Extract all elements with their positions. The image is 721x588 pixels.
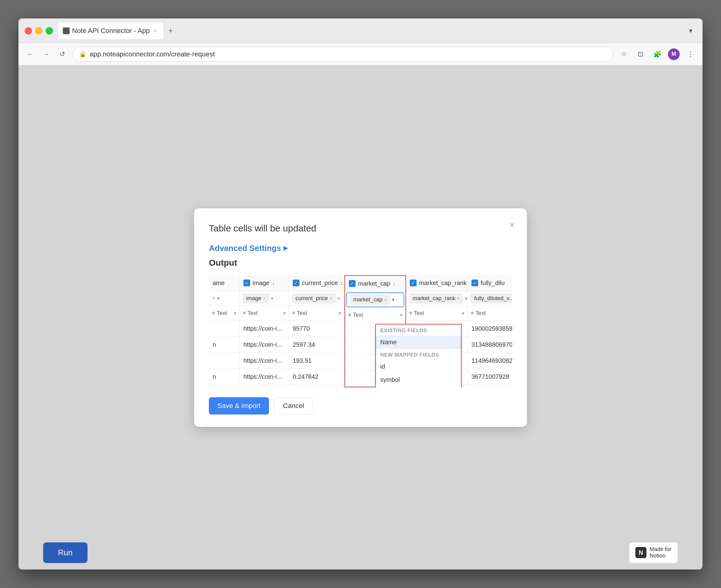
col-fully-diluted-cell-1: 190002593859... xyxy=(468,321,512,337)
col-image-header: ✓ image ↓ xyxy=(240,275,289,291)
col-market-cap-rank-mapping: market_cap_rank × ▾ xyxy=(406,291,467,306)
tab-bar: Note API Connector - App × + xyxy=(58,22,680,39)
col-market-cap-header: ✓ market_cap ↓ xyxy=(345,276,405,292)
profile-avatar[interactable]: M xyxy=(668,48,680,60)
col-market-cap-checkbox[interactable]: ✓ xyxy=(349,280,356,287)
col-market-cap-type-icon: ≡ xyxy=(348,312,351,318)
col-name-type-label: Text xyxy=(217,310,227,316)
col-name-cell-2: n xyxy=(209,337,239,353)
page-content: × Table cells will be updated Advanced S… xyxy=(19,65,702,569)
lock-icon: 🔒 xyxy=(79,51,86,58)
col-fully-diluted-mapping-value: fully_diluted_v... xyxy=(474,295,512,302)
col-name-type: ≡ Text ▾ xyxy=(209,306,239,321)
made-for-notion-badge: N Made for Notion xyxy=(629,542,678,563)
dropdown-item-symbol[interactable]: symbol xyxy=(376,373,461,386)
col-image-mapping-clear[interactable]: × xyxy=(263,296,266,301)
nav-actions: ☆ ⊡ 🧩 M ⋮ xyxy=(618,48,696,60)
col-market-cap-rank-mapping-clear[interactable]: × xyxy=(457,296,460,301)
col-name-cell-3 xyxy=(209,353,239,369)
col-fully-diluted-mapping-tag: fully_diluted_v... xyxy=(471,294,512,303)
modal-close-button[interactable]: × xyxy=(510,220,514,229)
col-name-x[interactable]: × ▾ xyxy=(212,295,220,302)
col-current-price-select-arrow[interactable]: ▾ xyxy=(337,296,340,301)
col-image-mapping-tag: image × xyxy=(243,294,269,303)
save-import-button[interactable]: Save & Import xyxy=(209,397,269,415)
dropdown-item-id[interactable]: id xyxy=(376,360,461,373)
col-market-cap-rank-mapping-value: market_cap_rank xyxy=(412,295,455,302)
col-fully-diluted-type: ≡ Text xyxy=(468,306,512,321)
active-tab[interactable]: Note API Connector - App × xyxy=(58,22,163,39)
col-market-cap-rank-header: ✓ market_cap_rank ↓ xyxy=(406,275,467,291)
col-market-cap-rank-type: ≡ Text ▾ xyxy=(406,306,467,321)
col-name-cell-1 xyxy=(209,321,239,337)
new-mapped-fields-label: NEW MAPPED FIELDS xyxy=(376,349,461,360)
extensions-button[interactable]: 🧩 xyxy=(651,48,663,60)
col-fully-diluted-checkbox[interactable]: ✓ xyxy=(471,279,478,286)
field-mapping-dropdown: EXISTING FIELDS Name NEW MAPPED FIELDS i… xyxy=(375,324,462,387)
maximize-traffic-light[interactable] xyxy=(46,27,53,35)
reload-button[interactable]: ↺ xyxy=(57,49,68,60)
col-image: ✓ image ↓ image × ▾ ≡ xyxy=(240,275,289,387)
col-image-arrow: ↓ xyxy=(272,280,275,286)
notion-label: Notion xyxy=(650,552,672,559)
col-current-price-arrow: ↓ xyxy=(340,280,343,286)
browser-options-button[interactable]: ⋮ xyxy=(685,48,696,60)
col-fully-diluted-type-label: Text xyxy=(475,310,486,316)
col-current-price: ✓ current_price ↓ current_price × ▾ xyxy=(289,275,344,387)
col-name-label: ame xyxy=(213,279,225,287)
col-fully-diluted: ✓ fully_dilu fully_diluted_v... ≡ Text xyxy=(468,275,512,387)
col-current-price-type: ≡ Text ▾ xyxy=(289,306,344,321)
col-market-cap-rank-checkbox[interactable]: ✓ xyxy=(410,279,417,286)
col-name-mapping: × ▾ xyxy=(209,291,239,306)
col-market-cap-type: ≡ Text ▾ xyxy=(345,308,405,323)
col-image-cell-4: https://coin-i... xyxy=(240,369,289,385)
col-market-cap-select-arrow[interactable]: ▾ xyxy=(392,297,395,302)
col-market-cap-label: market_cap xyxy=(358,280,390,287)
back-button[interactable]: ← xyxy=(25,49,36,60)
advanced-settings-toggle[interactable]: Advanced Settings ▶ xyxy=(209,244,512,253)
bookmark-button[interactable]: ☆ xyxy=(618,48,630,60)
col-current-price-type-label: Text xyxy=(297,310,307,316)
col-name-cell-4: n xyxy=(209,369,239,385)
output-label: Output xyxy=(209,258,512,268)
address-bar[interactable]: 🔒 app.noteapiconnector.com/create-reques… xyxy=(73,47,613,62)
dropdown-item-name[interactable]: Name xyxy=(376,336,461,349)
forward-button[interactable]: → xyxy=(41,49,52,60)
col-current-price-cell-3: 193.51 xyxy=(289,353,344,369)
tab-favicon xyxy=(63,27,70,34)
col-image-select-arrow[interactable]: ▾ xyxy=(271,296,273,301)
col-market-cap-rank-select-arrow[interactable]: ▾ xyxy=(465,296,467,301)
modal-title: Table cells will be updated xyxy=(209,223,512,234)
col-image-type-icon: ≡ xyxy=(243,310,246,316)
run-button[interactable]: Run xyxy=(43,542,87,563)
col-market-cap-mapping[interactable]: market_cap × ▾ xyxy=(346,292,404,307)
close-traffic-light[interactable] xyxy=(25,27,32,35)
new-tab-button[interactable]: + xyxy=(166,25,175,37)
browser-titlebar: Note API Connector - App × + ▾ xyxy=(19,19,702,43)
screenshots-button[interactable]: ⊡ xyxy=(635,48,646,60)
col-current-price-mapping-clear[interactable]: × xyxy=(330,296,332,301)
col-image-type: ≡ Text ▾ xyxy=(240,306,289,321)
col-image-type-label: Text xyxy=(248,310,258,316)
table-scroll: ame × ▾ ≡ Text ▾ n n xyxy=(209,275,512,387)
browser-menu-button[interactable]: ▾ xyxy=(685,25,696,37)
col-market-cap-mapping-clear[interactable]: × xyxy=(384,297,387,302)
col-image-mapping: image × ▾ xyxy=(240,291,289,306)
made-for-notion-text: Made for Notion xyxy=(650,546,672,559)
tab-close-button[interactable]: × xyxy=(152,28,158,34)
existing-fields-label: EXISTING FIELDS xyxy=(376,324,461,336)
col-image-cell-1: https://coin-i... xyxy=(240,321,289,337)
col-name-type-icon: ≡ xyxy=(212,310,215,316)
minimize-traffic-light[interactable] xyxy=(35,27,43,35)
dropdown-item-name-mapped[interactable]: name xyxy=(376,386,461,387)
col-current-price-mapping-tag: current_price × xyxy=(292,294,336,303)
advanced-settings-arrow: ▶ xyxy=(283,245,288,251)
cancel-button[interactable]: Cancel xyxy=(274,397,313,415)
col-current-price-checkbox[interactable]: ✓ xyxy=(293,279,299,286)
modal-dialog: × Table cells will be updated Advanced S… xyxy=(194,208,527,427)
tab-title: Note API Connector - App xyxy=(72,27,150,35)
col-image-checkbox[interactable]: ✓ xyxy=(243,279,250,286)
col-current-price-mapping: current_price × ▾ xyxy=(289,291,344,306)
col-fully-diluted-cell-3: 114964693082 xyxy=(468,353,512,369)
col-image-cell-3: https://coin-i... xyxy=(240,353,289,369)
